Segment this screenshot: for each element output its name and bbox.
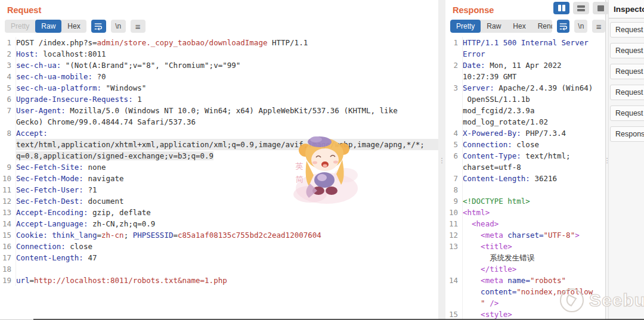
line-number: 2 xyxy=(0,48,16,60)
request-editor[interactable]: 1POST /index.php?s=admin/store._copy_tao… xyxy=(0,37,438,286)
line-number: 11 xyxy=(0,184,16,195)
line-number: 12 xyxy=(0,195,16,207)
code-line: 11 <head> xyxy=(445,218,605,229)
response-editor[interactable]: 1HTTP/1.1 500 Internal ServerError2Date:… xyxy=(445,37,605,320)
code-line: 1HTTP/1.1 500 Internal Server xyxy=(445,37,605,48)
response-newline-toggle-button[interactable]: \n xyxy=(574,20,587,33)
layout-rows-button[interactable] xyxy=(573,2,589,14)
line-number: 10 xyxy=(445,207,462,218)
wrap-text-icon xyxy=(94,21,103,31)
line-number: 3 xyxy=(0,60,16,71)
drag-dots-icon: ⋮ xyxy=(439,159,445,161)
line-number: 6 xyxy=(445,150,462,161)
request-wrap-toggle-button[interactable] xyxy=(91,20,106,33)
line-content: Connection: close xyxy=(16,241,92,252)
request-view-tabs: PrettyRawHex xyxy=(5,20,86,33)
line-number: 16 xyxy=(0,241,16,252)
line-number: 4 xyxy=(445,128,462,139)
tab-raw[interactable]: Raw xyxy=(481,20,507,33)
inspector-section-request-headers[interactable]: Request Headers xyxy=(610,105,644,121)
line-content: Cookie: think_lang=zh-cn; PHPSESSID=c85a… xyxy=(16,229,321,241)
code-line: 8Accept: xyxy=(0,128,438,139)
code-line: charset=utf-8 xyxy=(445,161,605,173)
columns-icon xyxy=(558,5,561,11)
tab-hex[interactable]: Hex xyxy=(507,20,531,33)
line-number: 7 xyxy=(445,173,462,184)
inspector-section-request-attributes[interactable]: Request Attributes xyxy=(610,22,644,38)
line-content: <meta charset="UTF-8"> xyxy=(462,229,580,241)
inspector-section-request-cookies[interactable]: Request Cookies xyxy=(610,85,644,100)
tab-hex[interactable]: Hex xyxy=(61,20,86,33)
rows-icon xyxy=(577,5,585,8)
response-wrap-toggle-button[interactable] xyxy=(557,20,570,33)
tab-pretty[interactable]: Pretty xyxy=(450,20,481,33)
line-content: User-Agent: Mozilla/5.0 (Windows NT 10.0… xyxy=(16,105,398,116)
code-line: 系统发生错误 xyxy=(445,252,605,263)
inspector-section-request-query-parameters[interactable]: Request Query Parameters xyxy=(610,43,644,58)
line-content: Date: Mon, 11 Apr 2022 xyxy=(462,60,562,71)
line-content: Upgrade-Insecure-Requests: 1 xyxy=(16,94,142,105)
line-number xyxy=(0,139,16,150)
line-number: 1 xyxy=(445,37,462,48)
layout-toggles xyxy=(553,2,609,14)
request-response-resize-handle[interactable]: ⋮ xyxy=(438,0,445,320)
code-line: 2Host: localhost:8011 xyxy=(0,48,438,60)
line-content: Connection: close xyxy=(462,139,539,150)
code-line: 9<!DOCTYPE html> xyxy=(445,195,605,207)
code-line: 17Content-Length: 47 xyxy=(0,252,438,263)
newline-icon: \n xyxy=(115,22,121,30)
line-content: text/html,application/xhtml+xml,applicat… xyxy=(16,139,438,150)
response-menu-button[interactable]: ≡ xyxy=(592,20,605,33)
layout-columns-button[interactable] xyxy=(553,2,569,14)
code-line: 16Connection: close xyxy=(0,241,438,252)
code-line: 10:27:39 GMT xyxy=(445,71,605,82)
code-line: 9Sec-Fetch-Site: none xyxy=(0,161,438,173)
tab-raw[interactable]: Raw xyxy=(35,20,61,33)
line-content: url=http://localhost:8011/robots.txt&nam… xyxy=(16,275,227,286)
tab-render[interactable]: Render xyxy=(532,20,552,33)
line-number: 7 xyxy=(0,105,16,116)
line-number xyxy=(445,161,462,173)
code-line: Gecko) Chrome/99.0.4844.74 Safari/537.36 xyxy=(0,116,438,128)
code-line: mod_log_rotate/1.02 xyxy=(445,116,605,128)
line-number xyxy=(445,94,462,105)
inspector-section-response-headers[interactable]: Response Headers xyxy=(610,126,644,142)
line-content: Gecko) Chrome/99.0.4844.74 Safari/537.36 xyxy=(16,116,196,128)
request-menu-button[interactable]: ≡ xyxy=(131,20,145,33)
line-content: HTTP/1.1 500 Internal Server xyxy=(462,37,589,48)
line-number: 2 xyxy=(445,60,462,71)
repeater-view: Request PrettyRawHex \n ≡ 1POST /index.p… xyxy=(0,0,644,320)
inspector-sections: Request AttributesRequest Query Paramete… xyxy=(609,18,644,142)
code-line: " /> xyxy=(445,297,605,309)
line-content: Accept-Encoding: gzip, deflate xyxy=(16,207,151,218)
inspector-panel: Inspector Request AttributesRequest Quer… xyxy=(608,0,644,320)
line-content: sec-ch-ua: "(Not(A:Brand";v="8", "Chromi… xyxy=(16,60,240,71)
line-content xyxy=(462,184,463,195)
request-newline-toggle-button[interactable]: \n xyxy=(111,20,126,33)
single-pane-icon xyxy=(597,5,604,11)
line-content: Accept-Language: zh-CN,zh;q=0.9 xyxy=(16,218,155,229)
request-panel: Request PrettyRawHex \n ≡ 1POST /index.p… xyxy=(0,0,438,320)
line-content: Sec-Fetch-Mode: navigate xyxy=(16,173,124,184)
line-number xyxy=(445,48,462,60)
tab-pretty[interactable]: Pretty xyxy=(5,20,35,33)
line-content: <!DOCTYPE html> xyxy=(462,195,530,207)
line-content: Accept: xyxy=(16,128,48,139)
line-content: Content-Length: 36216 xyxy=(462,173,557,184)
line-number xyxy=(445,252,462,263)
line-number xyxy=(445,116,462,128)
line-content: Host: localhost:8011 xyxy=(16,48,106,60)
line-number: 12 xyxy=(445,229,462,241)
inspector-section-request-body-parameters[interactable]: Request Body Parameters xyxy=(610,64,644,79)
code-line: 10Sec-Fetch-Mode: navigate xyxy=(0,173,438,184)
line-content: Sec-Fetch-Dest: document xyxy=(16,195,124,207)
line-content: " /> xyxy=(462,297,499,309)
response-view-tabs: PrettyRawHexRender xyxy=(450,20,552,33)
line-number xyxy=(0,116,16,128)
code-line: 12 <meta charset="UTF-8"> xyxy=(445,229,605,241)
code-line: 3sec-ch-ua: "(Not(A:Brand";v="8", "Chrom… xyxy=(0,60,438,71)
code-line: 4sec-ch-ua-mobile: ?0 xyxy=(0,71,438,82)
hamburger-icon: ≡ xyxy=(135,21,141,32)
code-line: 14 <meta name="robots" xyxy=(445,275,605,286)
line-content: 10:27:39 GMT xyxy=(462,71,516,82)
